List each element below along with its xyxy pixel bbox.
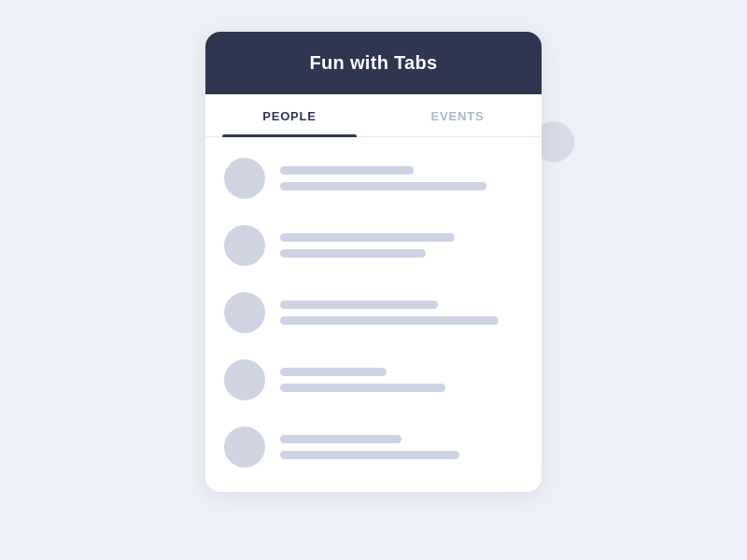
text-line-bottom [280, 249, 426, 258]
text-lines [280, 368, 523, 392]
text-line-top [280, 233, 455, 242]
avatar [224, 292, 265, 333]
avatar [224, 427, 265, 468]
people-list [205, 137, 542, 492]
avatar [224, 359, 265, 400]
text-line-bottom [280, 316, 499, 325]
list-item [205, 212, 542, 279]
avatar [224, 225, 265, 266]
text-line-top [280, 166, 414, 175]
text-lines [280, 301, 523, 325]
text-line-bottom [280, 451, 459, 459]
main-card: Fun with Tabs PEOPLE EVENTS [205, 32, 542, 492]
tab-people[interactable]: PEOPLE [205, 94, 374, 136]
tabs-bar: PEOPLE EVENTS [205, 94, 542, 137]
text-line-bottom [280, 384, 445, 392]
text-lines [280, 233, 523, 258]
text-line-top [280, 301, 438, 309]
text-lines [280, 166, 523, 190]
list-item [205, 346, 542, 413]
tab-events[interactable]: EVENTS [374, 94, 542, 136]
card-header: Fun with Tabs [205, 32, 542, 94]
text-line-top [280, 435, 402, 443]
list-item [205, 413, 542, 481]
list-item [205, 279, 542, 346]
avatar [224, 158, 265, 199]
text-line-top [280, 368, 387, 376]
card-title: Fun with Tabs [310, 52, 438, 73]
list-item [205, 145, 542, 212]
text-lines [280, 435, 523, 459]
text-line-bottom [280, 182, 486, 190]
